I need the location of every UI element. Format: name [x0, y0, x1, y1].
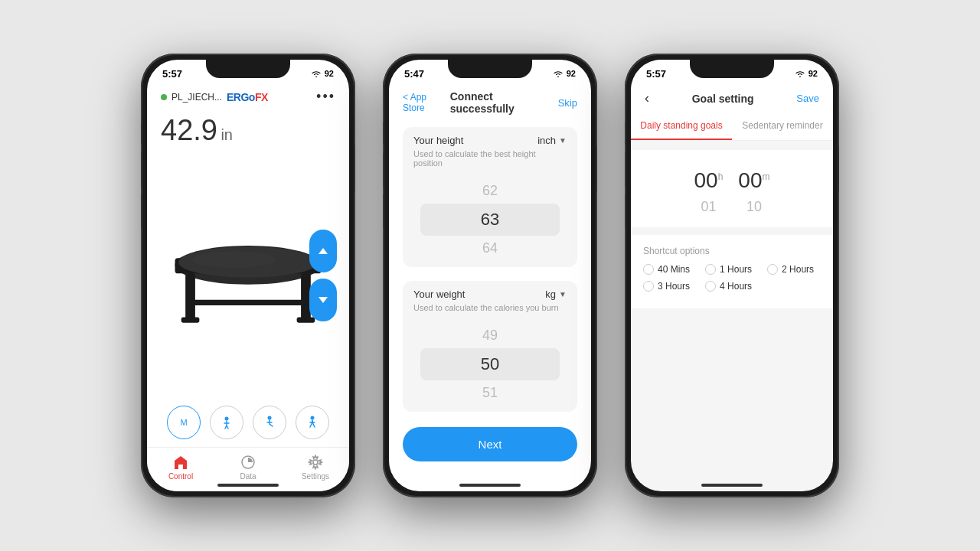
weight-hint: Used to calculate the calories you burn [403, 303, 577, 318]
connected-dot [161, 94, 167, 100]
phone-control: 5:57 92 PL_JIECH... ERGoF [141, 54, 355, 497]
height-picker-header: Your height inch ▼ [403, 127, 577, 149]
height-unit-selector[interactable]: inch ▼ [537, 135, 567, 146]
svg-point-11 [311, 416, 315, 420]
control-buttons [309, 230, 337, 321]
mins-below: 10 [746, 199, 762, 215]
back-button[interactable]: ‹ [645, 90, 649, 106]
tab-sedentary[interactable]: Sedentary reminder [732, 112, 833, 140]
weight-selected: 50 [420, 348, 560, 380]
time-display-2: 5:47 [404, 68, 424, 80]
next-button[interactable]: Next [403, 427, 577, 461]
phone1-header: PL_JIECH... ERGoFX ••• [147, 84, 349, 111]
memory-btn-walk[interactable] [296, 406, 329, 439]
radio-4hours[interactable] [705, 281, 716, 292]
phone-goal: 5:57 92 ‹ Goal setting Save [625, 54, 839, 497]
wifi-icon-3 [795, 70, 805, 77]
hours-below: 01 [701, 199, 716, 215]
time-picker-area: 00h 01 00m 10 [631, 150, 833, 227]
svg-rect-2 [185, 273, 195, 322]
weight-picker-header: Your weight kg ▼ [403, 281, 577, 303]
height-below: 64 [479, 237, 501, 259]
height-value: 42.9 [161, 114, 217, 146]
memory-btn-standing[interactable] [210, 406, 243, 439]
goal-header: ‹ Goal setting Save [631, 84, 833, 112]
save-button[interactable]: Save [796, 93, 819, 104]
desk-image-area [147, 153, 349, 398]
height-label: Your height [413, 135, 463, 146]
hours-selected: 00h [694, 168, 724, 193]
weight-wheel[interactable]: 49 50 51 [403, 318, 577, 412]
svg-rect-12 [178, 465, 183, 469]
svg-rect-3 [181, 318, 200, 323]
goal-title: Goal setting [692, 93, 754, 105]
height-wheel[interactable]: 62 63 64 [403, 174, 577, 267]
nav-data[interactable]: Data [225, 454, 271, 481]
tab-daily-standing[interactable]: Daily standing goals [631, 112, 732, 140]
radio-1hour[interactable] [705, 264, 716, 275]
back-to-appstore[interactable]: < App Store [403, 92, 450, 113]
brand-logo: ERGoFX [227, 91, 268, 103]
home-indicator-3 [701, 484, 763, 487]
connect-header: < App Store Connect successfully Skip [389, 84, 591, 121]
weight-unit-chevron: ▼ [559, 290, 567, 298]
time-display-3: 5:57 [646, 68, 666, 80]
weight-label: Your weight [413, 289, 465, 300]
status-icons-2: 92 [553, 69, 576, 78]
home-indicator-2 [459, 484, 521, 487]
status-icons-1: 92 [311, 69, 334, 78]
nav-control[interactable]: Control [158, 454, 204, 481]
shortcut-4hours[interactable]: 4 Hours [705, 281, 752, 292]
height-unit-chevron: ▼ [559, 136, 567, 145]
svg-point-8 [192, 251, 276, 268]
shortcut-4hours-label: 4 Hours [720, 281, 752, 292]
phone-connect: 5:47 92 < App Store Connect successfully… [383, 54, 597, 497]
nav-settings-label: Settings [302, 472, 329, 481]
radio-3hours[interactable] [643, 281, 654, 292]
shortcut-3hours[interactable]: 3 Hours [643, 281, 690, 292]
nav-settings[interactable]: Settings [292, 454, 338, 481]
shortcut-title: Shortcut options [643, 246, 821, 256]
radio-2hours[interactable] [767, 264, 778, 275]
shortcut-1hour[interactable]: 1 Hours [705, 264, 752, 275]
radio-40mins[interactable] [643, 264, 654, 275]
nav-data-label: Data [240, 472, 256, 481]
svg-point-9 [225, 417, 229, 421]
svg-rect-6 [191, 300, 306, 305]
more-menu-icon[interactable]: ••• [316, 89, 335, 105]
shortcut-40mins-label: 40 Mins [658, 264, 690, 275]
battery-1: 92 [325, 69, 334, 78]
svg-point-10 [268, 416, 272, 420]
height-hint: Used to calculate the best height positi… [403, 149, 577, 174]
connect-title: Connect successfully [450, 90, 558, 115]
memory-btn-m[interactable]: M [167, 406, 201, 439]
svg-point-14 [313, 460, 318, 465]
height-above: 62 [479, 180, 501, 202]
hours-superscript: h [718, 171, 724, 182]
tab-bar: Daily standing goals Sedentary reminder [631, 112, 833, 141]
shortcut-1hour-label: 1 Hours [720, 264, 752, 275]
memory-btn-sit[interactable] [253, 406, 286, 439]
home-indicator-1 [217, 484, 279, 487]
weight-unit-selector[interactable]: kg ▼ [545, 289, 567, 300]
up-button[interactable] [309, 230, 337, 272]
wifi-icon-1 [311, 70, 322, 77]
height-selected: 63 [420, 204, 560, 236]
shortcut-section: Shortcut options 40 Mins 1 Hours 2 Hours [631, 235, 833, 308]
desk-image [172, 214, 325, 337]
down-button[interactable] [309, 279, 337, 321]
mins-superscript: m [763, 171, 770, 182]
nav-control-label: Control [168, 472, 193, 481]
mins-col[interactable]: 00m 10 [738, 162, 769, 215]
shortcut-row-1: 40 Mins 1 Hours 2 Hours [643, 264, 821, 275]
hours-col[interactable]: 00h 01 [694, 162, 724, 215]
shortcut-2hours[interactable]: 2 Hours [767, 264, 814, 275]
time-display-1: 5:57 [162, 68, 182, 80]
device-name: PL_JIECH... [172, 92, 222, 103]
skip-button[interactable]: Skip [558, 97, 577, 109]
mins-selected: 00m [738, 168, 769, 193]
weight-picker-section: Your weight kg ▼ Used to calculate the c… [403, 281, 577, 412]
status-icons-3: 92 [795, 69, 818, 78]
shortcut-40mins[interactable]: 40 Mins [643, 264, 690, 275]
height-display: 42.9 in [147, 111, 349, 153]
